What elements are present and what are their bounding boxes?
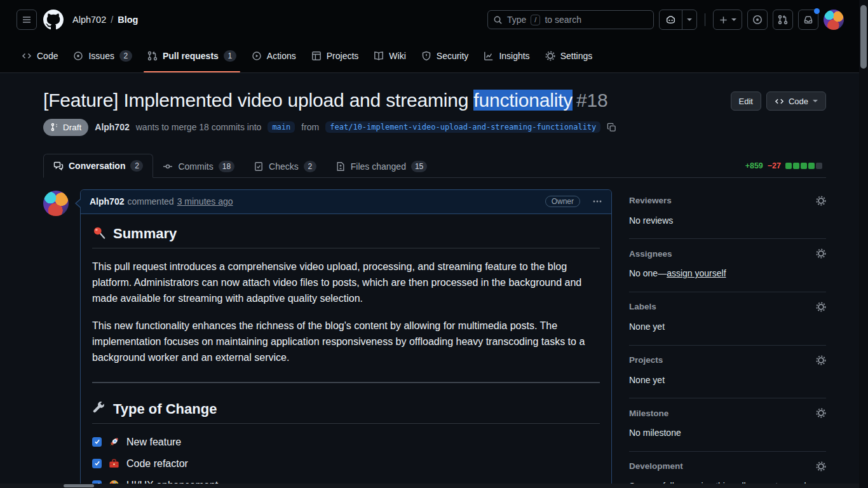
- check-icon: [94, 438, 100, 445]
- checkbox-checked[interactable]: [92, 437, 102, 447]
- create-new-button[interactable]: [713, 10, 742, 30]
- selected-text: functionality: [473, 90, 573, 111]
- nav-item-actions[interactable]: Actions: [245, 39, 302, 72]
- pull-requests-count-badge: 1: [224, 50, 236, 62]
- projects-settings-button[interactable]: [816, 355, 826, 365]
- breadcrumb: Alph702 / Blog: [72, 15, 138, 25]
- gear-icon: [816, 196, 826, 206]
- issues-dashboard-button[interactable]: [747, 10, 768, 30]
- conversation-count: 2: [130, 160, 143, 172]
- development-settings-button[interactable]: [816, 461, 826, 471]
- comment-menu-button[interactable]: [592, 196, 602, 207]
- nav-item-projects[interactable]: Projects: [305, 39, 365, 72]
- pr-number: #18: [576, 90, 607, 111]
- search-input[interactable]: Type / to search: [487, 10, 654, 29]
- chevron-down-icon: [813, 100, 818, 102]
- user-avatar[interactable]: [824, 10, 844, 30]
- shield-icon: [421, 51, 431, 61]
- comment-action-text: commented: [127, 196, 173, 207]
- tab-label: Commits: [178, 161, 213, 172]
- labels-settings-button[interactable]: [816, 302, 826, 312]
- nav-item-issues[interactable]: Issues 2: [67, 39, 138, 72]
- copilot-icon: [665, 15, 676, 25]
- vertical-scrollbar[interactable]: [859, 0, 868, 488]
- section-title: Assignees: [629, 249, 672, 259]
- from-text: from: [301, 122, 319, 132]
- kebab-horizontal-icon: [592, 196, 602, 207]
- commits-count: 18: [219, 161, 234, 172]
- heading-text: Type of Change: [113, 401, 217, 417]
- draft-status-badge: Draft: [43, 119, 88, 136]
- section-title: Milestone: [629, 409, 668, 418]
- task-label: Code refactor: [126, 456, 188, 471]
- pr-author-link[interactable]: Alph702: [95, 122, 129, 132]
- octocat-icon: [43, 10, 64, 30]
- diffstat: +859 −27: [745, 161, 822, 170]
- assignees-value: No one—assign yourself: [629, 267, 826, 281]
- edit-button[interactable]: Edit: [731, 92, 761, 111]
- vertical-scrollbar-thumb[interactable]: [860, 5, 867, 69]
- horizontal-scrollbar-thumb[interactable]: [64, 484, 94, 487]
- summary-paragraph-2: This new functionality enhances the rich…: [92, 318, 600, 365]
- base-branch-label[interactable]: main: [268, 121, 295, 133]
- chevron-down-icon: [731, 18, 736, 21]
- reviewers-settings-button[interactable]: [816, 196, 826, 206]
- section-title: Projects: [629, 355, 663, 365]
- nav-item-pull-requests[interactable]: Pull requests 1: [141, 39, 243, 72]
- checkbox-checked[interactable]: [92, 459, 102, 468]
- tab-files-changed[interactable]: Files changed 15: [326, 155, 437, 178]
- hamburger-icon: [22, 15, 32, 25]
- tab-commits[interactable]: Commits 18: [153, 155, 244, 178]
- heading-text: Summary: [113, 226, 177, 241]
- gear-icon: [816, 248, 826, 259]
- nav-item-insights[interactable]: Insights: [477, 39, 536, 72]
- tab-label: Conversation: [69, 161, 125, 171]
- head-branch-label[interactable]: feat/10-implement-video-upload-and-strea…: [325, 121, 600, 133]
- sidebar-section-assignees: Assignees No one—assign yourself: [629, 239, 826, 292]
- task-item-code-refactor: Code refactor: [92, 456, 600, 471]
- app-header: Alph702 / Blog Type / to search: [0, 0, 868, 39]
- assignees-settings-button[interactable]: [816, 248, 826, 259]
- sidebar-section-reviewers: Reviewers No reviews: [629, 192, 826, 240]
- pushpin-emoji-icon: [92, 226, 106, 240]
- code-dropdown-button[interactable]: Code: [766, 92, 826, 111]
- hamburger-menu-button[interactable]: [17, 10, 37, 30]
- nav-item-wiki[interactable]: Wiki: [367, 39, 412, 72]
- section-title: Development: [629, 461, 683, 471]
- comment-timestamp-link[interactable]: 3 minutes ago: [177, 196, 233, 207]
- milestone-settings-button[interactable]: [816, 408, 826, 418]
- code-button-label: Code: [789, 97, 808, 106]
- copy-branch-button[interactable]: [607, 123, 616, 132]
- nav-item-security[interactable]: Security: [415, 39, 475, 72]
- copilot-button: [659, 10, 697, 30]
- github-logo[interactable]: [43, 10, 64, 30]
- issues-count-badge: 2: [119, 50, 132, 62]
- nav-label: Security: [437, 51, 469, 61]
- checklist-icon: [254, 161, 264, 172]
- horizontal-scrollbar[interactable]: [0, 484, 859, 488]
- breadcrumb-owner[interactable]: Alph702: [72, 15, 106, 25]
- nav-item-code[interactable]: Code: [15, 39, 64, 72]
- tab-checks[interactable]: Checks 2: [244, 155, 326, 178]
- nav-item-settings[interactable]: Settings: [539, 39, 599, 72]
- inbox-icon: [803, 15, 813, 25]
- comment-author-avatar[interactable]: [43, 191, 69, 216]
- comment-discussion-icon: [53, 161, 64, 171]
- pull-requests-dashboard-button[interactable]: [773, 10, 793, 30]
- header-actions: Type / to search: [487, 10, 844, 30]
- comment-author-link[interactable]: Alph702: [90, 196, 124, 207]
- copilot-dropdown-button[interactable]: [682, 10, 696, 29]
- draft-label: Draft: [63, 123, 81, 132]
- assign-yourself-link[interactable]: assign yourself: [667, 268, 726, 278]
- copilot-menu-button[interactable]: [660, 10, 682, 29]
- chevron-down-icon: [687, 18, 692, 21]
- breadcrumb-repo[interactable]: Blog: [118, 15, 138, 25]
- checks-count: 2: [304, 161, 316, 172]
- pr-sidebar: Reviewers No reviews Assignees No: [629, 189, 826, 488]
- edit-button-label: Edit: [739, 97, 753, 106]
- gear-icon: [545, 51, 555, 61]
- tab-conversation[interactable]: Conversation 2: [43, 154, 153, 178]
- code-icon: [22, 51, 32, 61]
- gear-icon: [816, 355, 826, 365]
- inbox-button[interactable]: [798, 10, 818, 30]
